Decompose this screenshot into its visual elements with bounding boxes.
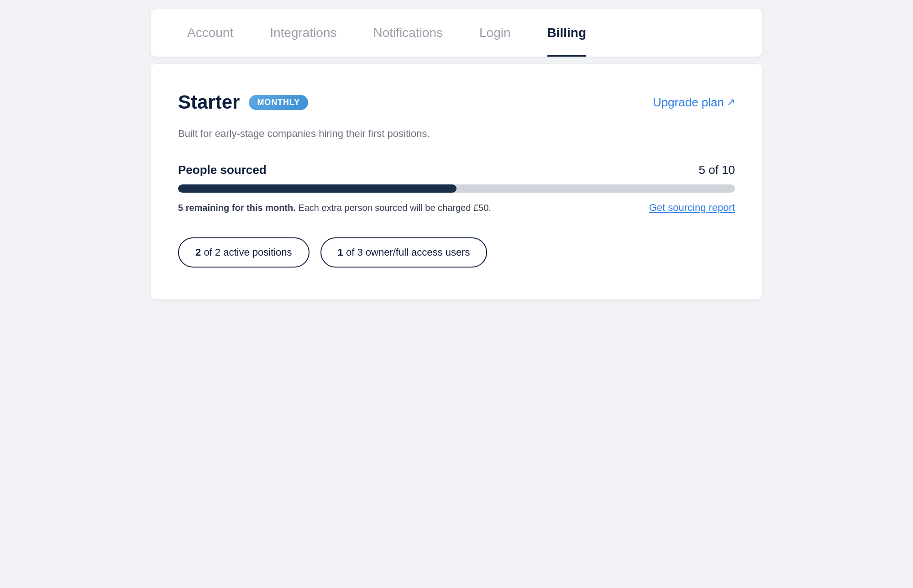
tab-notifications[interactable]: Notifications (355, 9, 462, 57)
owner-users-text: of 3 owner/full access users (346, 247, 470, 258)
upgrade-plan-link[interactable]: Upgrade plan ↗ (653, 95, 735, 110)
tab-account[interactable]: Account (169, 9, 252, 57)
plan-name: Starter (178, 91, 240, 113)
active-positions-pill: 2 of 2 active positions (178, 237, 310, 268)
tab-billing[interactable]: Billing (529, 9, 605, 57)
sourcing-report-link[interactable]: Get sourcing report (649, 202, 735, 214)
page-container: Account Integrations Notifications Login… (151, 9, 762, 299)
upgrade-arrow-icon: ↗ (727, 96, 735, 108)
pills-row: 2 of 2 active positions 1 of 3 owner/ful… (178, 237, 735, 268)
tab-navigation-card: Account Integrations Notifications Login… (151, 9, 762, 57)
progress-bar-container (178, 184, 735, 193)
sourced-header: People sourced 5 of 10 (178, 163, 735, 177)
sourced-label: People sourced (178, 163, 267, 177)
plan-description: Built for early-stage companies hiring t… (178, 126, 735, 141)
tab-nav: Account Integrations Notifications Login… (169, 9, 744, 57)
owner-users-count: 1 (338, 247, 343, 258)
tab-integrations[interactable]: Integrations (252, 9, 355, 57)
upgrade-plan-label: Upgrade plan (653, 95, 724, 110)
owner-users-pill: 1 of 3 owner/full access users (320, 237, 488, 268)
active-positions-text: of 2 active positions (204, 247, 292, 258)
plan-title-group: Starter MONTHLY (178, 91, 308, 113)
sourced-count: 5 of 10 (698, 163, 735, 177)
billing-content-card: Starter MONTHLY Upgrade plan ↗ Built for… (151, 64, 762, 299)
progress-bar-fill (178, 184, 456, 193)
remaining-rest: Each extra person sourced will be charge… (298, 203, 491, 213)
remaining-bold: 5 remaining for this month. (178, 203, 296, 213)
active-positions-count: 2 (195, 247, 201, 258)
plan-badge: MONTHLY (249, 95, 308, 110)
remaining-text: 5 remaining for this month. Each extra p… (178, 201, 491, 215)
tab-login[interactable]: Login (461, 9, 529, 57)
plan-header: Starter MONTHLY Upgrade plan ↗ (178, 91, 735, 113)
remaining-row: 5 remaining for this month. Each extra p… (178, 201, 735, 215)
